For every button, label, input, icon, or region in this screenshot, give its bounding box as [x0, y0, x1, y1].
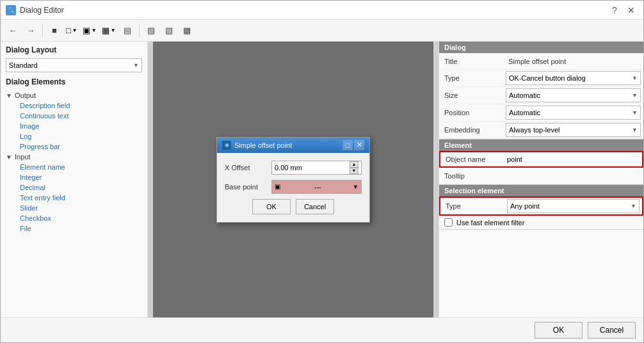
props-size-select[interactable]: Automatic ▼	[506, 88, 641, 102]
props-object-name-input[interactable]	[504, 153, 642, 166]
fast-filter-checkbox[interactable]	[444, 218, 453, 227]
right-resize-handle[interactable]	[433, 42, 439, 317]
props-row-object-name: Object name	[439, 151, 643, 168]
props-position-select[interactable]: Automatic ▼	[506, 106, 641, 120]
remove-row-dropdown[interactable]: ▣▼	[81, 22, 99, 39]
tree-item-progress-bar[interactable]: Progress bar	[1, 141, 147, 152]
input-group-header[interactable]: ▼ Input	[1, 152, 147, 162]
toolbar-separator-2	[139, 24, 140, 37]
props-row-embedding: Embedding Always top-level ▼	[439, 122, 643, 139]
output-group: ▼ Output Description field Continuous te…	[1, 90, 147, 152]
remove-col-button[interactable]: ▤	[119, 22, 136, 39]
layout3-button[interactable]: ▨	[161, 22, 177, 39]
dialog-preview-title-left: ◉ Simple offset point	[222, 141, 292, 150]
add-col-dropdown[interactable]: ▦▼	[100, 22, 118, 39]
layout4-button[interactable]: ▩	[179, 22, 195, 39]
title-bar-left: 🔧 Dialog Editor	[6, 5, 64, 15]
toolbar-separator-1	[42, 24, 43, 37]
props-size-label: Size	[439, 89, 503, 102]
left-resize-handle[interactable]	[148, 42, 153, 317]
props-sel-type-chevron: ▼	[631, 203, 636, 209]
dialog-xoffset-spinner: ▲ ▼	[350, 161, 358, 174]
tree-item-file[interactable]: File	[1, 223, 147, 234]
tree-item-checkbox[interactable]: Checkbox	[1, 213, 147, 223]
tree-item-log[interactable]: Log	[1, 131, 147, 141]
close-button[interactable]: ✕	[624, 3, 638, 17]
center-section: ◉ Simple offset point □ ✕ X Offset 0.00	[148, 42, 439, 317]
add-row-dropdown[interactable]: □▼	[64, 22, 79, 39]
element-props-header: Element	[439, 140, 643, 151]
dialog-preview-body: X Offset 0.00 mm ▲ ▼ Base point	[217, 153, 369, 222]
ok-button[interactable]: OK	[535, 322, 583, 339]
props-sel-type-select[interactable]: Any point ▼	[507, 199, 640, 213]
props-type-chevron: ▼	[632, 75, 638, 81]
redo-button[interactable]: →	[22, 22, 39, 39]
dialog-restore-button[interactable]: □	[342, 140, 353, 150]
output-group-header[interactable]: ▼ Output	[1, 90, 147, 100]
tree-item-decimal[interactable]: Decimal	[1, 182, 147, 193]
layout2-button[interactable]: ▧	[143, 22, 159, 39]
props-row-size: Size Automatic ▼	[439, 87, 643, 104]
props-position-value: Automatic	[509, 109, 540, 116]
window-title: Dialog Editor	[20, 6, 64, 15]
props-embedding-chevron: ▼	[632, 127, 638, 133]
dialog-xoffset-label: X Offset	[225, 164, 266, 172]
props-type-value: OK-Cancel button dialog	[509, 74, 586, 82]
canvas-area: ◉ Simple offset point □ ✕ X Offset 0.00	[153, 42, 433, 317]
layout1-button[interactable]: ■	[46, 22, 63, 39]
tree-item-text-entry[interactable]: Text entry field	[1, 193, 147, 203]
tree-item-integer[interactable]: Integer	[1, 172, 147, 182]
props-size-value: Automatic	[509, 92, 540, 99]
app-icon: 🔧	[6, 5, 16, 15]
basepoint-arrow: ▼	[353, 184, 358, 190]
left-panel: Dialog Layout Standard ▼ Dialog Elements…	[1, 42, 148, 317]
dialog-preview-icon: ◉	[222, 141, 231, 150]
props-type-select[interactable]: OK-Cancel button dialog ▼	[506, 71, 641, 85]
dialog-close-button[interactable]: ✕	[354, 140, 364, 150]
tree-item-element-name[interactable]: Element name	[1, 162, 147, 172]
props-embedding-value: Always top-level	[509, 126, 559, 134]
layout-select[interactable]: Standard ▼	[6, 58, 142, 72]
props-object-name-label: Object name	[440, 153, 504, 166]
props-embedding-select[interactable]: Always top-level ▼	[506, 123, 641, 137]
cancel-button[interactable]: Cancel	[588, 322, 636, 339]
props-type-label: Type	[439, 72, 503, 84]
tree-item-continuous-text[interactable]: Continuous text	[1, 111, 147, 121]
basepoint-icon: ▣	[275, 183, 280, 190]
input-group: ▼ Input Element name Integer Decimal Tex…	[1, 152, 147, 234]
help-button[interactable]: ?	[608, 3, 622, 17]
tree-item-slider[interactable]: Slider	[1, 203, 147, 213]
undo-button[interactable]: ←	[4, 22, 21, 39]
props-tooltip-label: Tooltip	[439, 170, 503, 182]
props-row-title: Title Simple offset point	[439, 53, 643, 70]
props-row-position: Position Automatic ▼	[439, 104, 643, 122]
props-embedding-label: Embedding	[439, 124, 503, 136]
element-tree: ▼ Output Description field Continuous te…	[1, 89, 147, 317]
dialog-ok-button[interactable]: OK	[252, 199, 291, 214]
element-props-section: Element Object name Tooltip	[439, 140, 643, 185]
props-size-chevron: ▼	[632, 92, 638, 99]
main-window: 🔧 Dialog Editor ? ✕ ← → ■ □▼ ▣▼ ▦▼ ▤ ▧ ▨…	[0, 0, 644, 343]
fast-filter-label: Use fast element filter	[456, 219, 524, 227]
title-bar: 🔧 Dialog Editor ? ✕	[1, 1, 643, 20]
dialog-cancel-button[interactable]: Cancel	[296, 199, 334, 214]
dialog-xoffset-input[interactable]: 0.00 mm ▲ ▼	[271, 161, 362, 175]
dialog-props-header: Dialog	[439, 42, 643, 53]
dialog-button-row: OK Cancel	[225, 199, 362, 214]
layout-select-chevron: ▼	[133, 62, 139, 68]
tree-item-description-field[interactable]: Description field	[1, 100, 147, 111]
props-title-value: Simple offset point	[503, 55, 643, 68]
props-tooltip-input[interactable]	[503, 170, 643, 182]
layout-section-title: Dialog Layout	[1, 42, 147, 57]
layout-select-value: Standard	[9, 61, 38, 69]
props-row-tooltip: Tooltip	[439, 168, 643, 184]
dialog-basepoint-row: Base point ▣ --- ▼	[225, 180, 362, 194]
dialog-xoffset-row: X Offset 0.00 mm ▲ ▼	[225, 161, 362, 175]
dialog-basepoint-dropdown[interactable]: ▣ --- ▼	[271, 180, 362, 194]
spinner-up[interactable]: ▲	[350, 161, 358, 168]
dialog-xoffset-value: 0.00 mm	[275, 164, 302, 172]
props-sel-type-value: Any point	[510, 202, 540, 210]
spinner-down[interactable]: ▼	[350, 168, 358, 174]
tree-item-image[interactable]: Image	[1, 121, 147, 131]
props-fast-filter-row: Use fast element filter	[439, 216, 643, 229]
